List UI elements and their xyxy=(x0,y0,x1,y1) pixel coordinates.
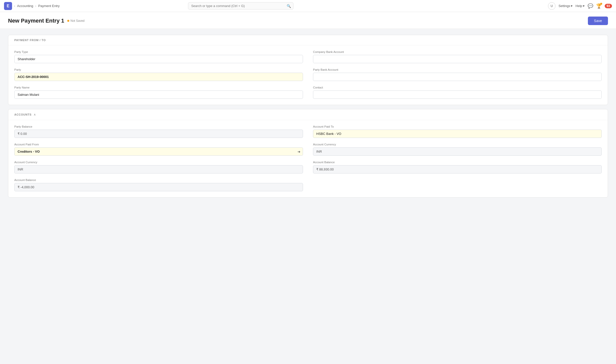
account-currency-left-group: Account Currency xyxy=(14,161,303,173)
party-bank-account-input[interactable] xyxy=(313,73,602,81)
party-type-label: Party Type xyxy=(14,50,303,53)
party-name-input[interactable] xyxy=(14,90,303,99)
contact-group: Contact xyxy=(313,86,602,99)
breadcrumb-payment-entry[interactable]: Payment Entry xyxy=(38,4,59,8)
account-balance-right-group: Account Balance xyxy=(313,161,602,173)
party-balance-input xyxy=(14,130,303,138)
account-currency-right-label: Account Currency xyxy=(313,143,602,146)
party-group: Party xyxy=(14,68,303,81)
breadcrumb-chevron-1: › xyxy=(14,4,15,8)
content-area: PAYMENT FROM / TO Party Type Company Ban… xyxy=(0,29,616,208)
page-header: New Payment Entry 1 Not Saved Save xyxy=(0,12,616,29)
breadcrumb-accounting[interactable]: Accounting xyxy=(17,4,33,8)
page-title-area: New Payment Entry 1 Not Saved xyxy=(8,18,85,24)
user-avatar-button[interactable]: U xyxy=(548,2,556,10)
payment-section-header: PAYMENT FROM / TO xyxy=(8,35,608,45)
save-button[interactable]: Save xyxy=(588,17,608,25)
party-input[interactable] xyxy=(14,73,303,81)
trophy-dot xyxy=(600,3,602,5)
trophy-notification[interactable]: 🏆 xyxy=(596,3,602,9)
contact-label: Contact xyxy=(313,86,602,89)
account-balance-right-label: Account Balance xyxy=(313,161,602,164)
company-bank-account-label: Company Bank Account xyxy=(313,50,602,53)
party-balance-label: Party Balance xyxy=(14,125,303,128)
account-balance-left-label: Account Balance xyxy=(14,178,303,181)
account-paid-to-label: Account Paid To xyxy=(313,125,602,128)
party-name-group: Party Name xyxy=(14,86,303,99)
accounts-section-header: ACCOUNTS ∧ xyxy=(8,109,608,120)
settings-button[interactable]: Settings ▾ xyxy=(559,4,573,8)
payment-form-grid: Party Type Company Bank Account Party Pa… xyxy=(14,50,602,99)
party-name-label: Party Name xyxy=(14,86,303,89)
party-bank-account-group: Party Bank Account xyxy=(313,68,602,81)
page-title: New Payment Entry 1 xyxy=(8,18,64,24)
payment-section-title: PAYMENT FROM / TO xyxy=(14,39,46,42)
status-label: Not Saved xyxy=(71,19,85,23)
status-badge: Not Saved xyxy=(67,19,85,23)
account-currency-right-group: Account Currency xyxy=(313,143,602,156)
account-currency-left-label: Account Currency xyxy=(14,161,303,164)
account-paid-from-input[interactable] xyxy=(14,147,303,156)
contact-input[interactable] xyxy=(313,90,602,99)
account-currency-right-input xyxy=(313,147,602,156)
accounts-card: ACCOUNTS ∧ Party Balance Account Paid To… xyxy=(8,109,608,198)
chat-notification[interactable]: 💬 xyxy=(588,3,593,9)
account-paid-from-group: Account Paid From ➜ xyxy=(14,143,303,156)
account-currency-left-input xyxy=(14,165,303,173)
search-icon: 🔍 xyxy=(287,4,291,8)
party-balance-group: Party Balance xyxy=(14,125,303,138)
party-type-input[interactable] xyxy=(14,55,303,63)
account-balance-left-input xyxy=(14,183,303,191)
app-logo[interactable]: E xyxy=(4,2,12,10)
account-balance-left-group: Account Balance xyxy=(14,178,303,191)
account-paid-from-wrapper: ➜ xyxy=(14,147,303,156)
accounts-collapse-icon[interactable]: ∧ xyxy=(34,113,36,116)
navbar-right: U Settings ▾ Help ▾ 💬 🏆 93 xyxy=(548,2,612,10)
account-paid-from-arrow-icon[interactable]: ➜ xyxy=(297,150,300,154)
breadcrumb-chevron-2: › xyxy=(35,4,36,8)
account-paid-to-group: Account Paid To xyxy=(313,125,602,138)
search-bar: 🔍 xyxy=(188,2,293,10)
search-input[interactable] xyxy=(188,2,293,10)
navbar: E › Accounting › Payment Entry 🔍 U Setti… xyxy=(0,0,616,12)
party-label: Party xyxy=(14,68,303,71)
party-type-group: Party Type xyxy=(14,50,303,63)
chat-icon: 💬 xyxy=(588,4,593,9)
account-paid-to-input[interactable] xyxy=(313,130,602,138)
accounts-section-body: Party Balance Account Paid To Account Pa… xyxy=(8,120,608,197)
accounts-section-title: ACCOUNTS xyxy=(14,113,32,116)
party-bank-account-label: Party Bank Account xyxy=(313,68,602,71)
status-dot xyxy=(67,20,69,22)
payment-section-body: Party Type Company Bank Account Party Pa… xyxy=(8,45,608,105)
account-paid-from-label: Account Paid From xyxy=(14,143,303,146)
payment-from-to-card: PAYMENT FROM / TO Party Type Company Ban… xyxy=(8,35,608,105)
help-button[interactable]: Help ▾ xyxy=(576,4,585,8)
notification-badge[interactable]: 93 xyxy=(605,4,612,8)
account-balance-right-input xyxy=(313,165,602,173)
company-bank-account-group: Company Bank Account xyxy=(313,50,602,63)
company-bank-account-input[interactable] xyxy=(313,55,602,63)
accounts-form-grid: Party Balance Account Paid To Account Pa… xyxy=(14,125,602,191)
